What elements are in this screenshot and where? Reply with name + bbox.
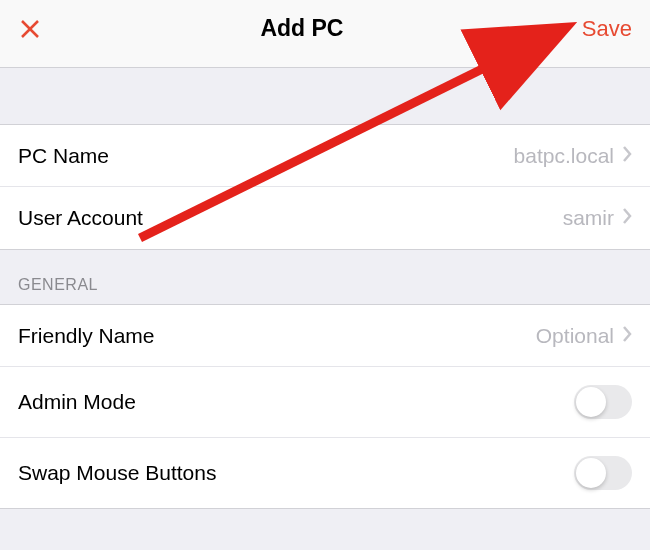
row-swap-mouse-buttons: Swap Mouse Buttons [0, 438, 650, 508]
page-title: Add PC [22, 15, 582, 42]
chevron-right-icon [622, 207, 632, 229]
row-value-wrap: batpc.local [514, 144, 632, 168]
row-value: Optional [536, 324, 614, 348]
row-label: Swap Mouse Buttons [18, 461, 216, 485]
row-value: batpc.local [514, 144, 614, 168]
row-label: PC Name [18, 144, 109, 168]
section-spacer [0, 68, 650, 124]
row-pc-name[interactable]: PC Name batpc.local [0, 125, 650, 187]
toggle-knob [576, 387, 606, 417]
toggle-swap-mouse-buttons[interactable] [574, 456, 632, 490]
toggle-admin-mode[interactable] [574, 385, 632, 419]
row-friendly-name[interactable]: Friendly Name Optional [0, 305, 650, 367]
row-value: samir [563, 206, 614, 230]
section-header-general: GENERAL [0, 250, 650, 304]
chevron-right-icon [622, 145, 632, 167]
row-value-wrap: Optional [536, 324, 632, 348]
row-user-account[interactable]: User Account samir [0, 187, 650, 249]
general-section: Friendly Name Optional Admin Mode Swap M… [0, 304, 650, 509]
top-section: PC Name batpc.local User Account samir [0, 124, 650, 250]
chevron-right-icon [622, 325, 632, 347]
row-value-wrap: samir [563, 206, 632, 230]
row-label: User Account [18, 206, 143, 230]
header-bar: Add PC Save [0, 0, 650, 68]
row-label: Friendly Name [18, 324, 155, 348]
toggle-knob [576, 458, 606, 488]
save-button[interactable]: Save [582, 16, 632, 42]
row-label: Admin Mode [18, 390, 136, 414]
row-admin-mode: Admin Mode [0, 367, 650, 438]
